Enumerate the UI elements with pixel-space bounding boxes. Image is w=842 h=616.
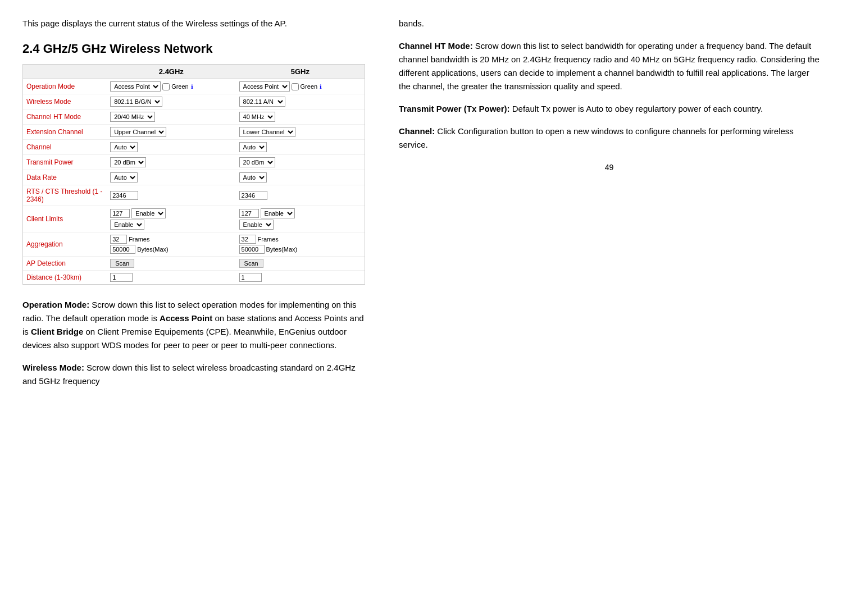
label-col-header [23,65,107,79]
access-point-term: Access Point [160,313,212,323]
aggregation-24-frames-label: Frames [129,236,149,243]
row-24-wireless-mode[interactable]: 802.11 B/G/N [107,94,235,109]
left-column: This page displays the current status of… [22,17,382,594]
channel-ht-term: Channel HT Mode: [399,41,473,51]
tx-power-text: Default Tx power is Auto to obey regular… [512,104,763,113]
row-5-client-limits[interactable]: Enable Enable [236,206,365,232]
aggregation-5-frames-input[interactable] [239,235,256,244]
channel-ht-mode-5-select[interactable]: 40 MHz [239,112,275,122]
row-24-ap-detection[interactable]: Scan [107,257,235,271]
table-row: Extension Channel Upper Channel [23,125,365,140]
row-24-channel[interactable]: Auto [107,140,235,155]
transmit-power-5-select[interactable]: 20 dBm [239,157,275,167]
row-5-extension-channel[interactable]: Lower Channel [236,125,365,140]
row-24-data-rate[interactable]: Auto [107,170,235,185]
section-heading: 2.4 GHz/5 GHz Wireless Network [22,42,365,56]
row-label-client-limits: Client Limits [23,206,107,232]
row-5-distance[interactable] [236,271,365,285]
row-label-rts-cts: RTS / CTS Threshold (1 - 2346) [23,185,107,206]
client-limits-5-enable-select[interactable]: Enable [261,208,295,218]
distance-24-input[interactable] [110,273,133,282]
aggregation-24-bytes-label: Bytes(Max) [137,246,169,253]
client-limits-24-enable2-select[interactable]: Enable [110,220,144,230]
operation-mode-5-info: ℹ [320,84,322,90]
row-5-aggregation[interactable]: Frames Bytes(Max) [236,232,365,257]
row-label-transmit-power: Transmit Power [23,155,107,170]
operation-mode-5-checkbox[interactable] [292,83,299,90]
row-5-operation-mode[interactable]: Access Point Green ℹ [236,79,365,94]
rts-cts-5-input[interactable] [239,191,267,200]
row-5-ap-detection[interactable]: Scan [236,257,365,271]
row-5-transmit-power[interactable]: 20 dBm [236,155,365,170]
operation-mode-24-green: Green [171,83,189,90]
channel-ht-section: Channel HT Mode: Scrow down this list to… [399,39,820,93]
operation-mode-term: Operation Mode: [22,300,89,309]
row-24-client-limits[interactable]: Enable Enable [107,206,235,232]
wireless-mode-5-select[interactable]: 802.11 A/N [239,97,285,107]
rts-cts-24-input[interactable] [110,191,138,200]
channel-term: Channel: [399,126,435,136]
operation-mode-5-select[interactable]: Access Point [239,81,290,92]
operation-mode-24-select[interactable]: Access Point [110,81,161,92]
wireless-mode-24-select[interactable]: 802.11 B/G/N [110,97,162,107]
table-row: AP Detection Scan Scan [23,257,365,271]
intro-text: This page displays the current status of… [22,17,365,30]
scan-5-button[interactable]: Scan [239,259,263,268]
client-limits-5-input[interactable] [239,209,259,218]
operation-mode-24-checkbox[interactable] [162,83,170,90]
page-number: 49 [399,163,820,172]
row-24-operation-mode[interactable]: Access Point Green ℹ [107,79,235,94]
table-row: RTS / CTS Threshold (1 - 2346) [23,185,365,206]
table-row: Distance (1-30km) [23,271,365,285]
table-row: Aggregation Frames Bytes(Max) [23,232,365,257]
row-5-channel[interactable]: Auto [236,140,365,155]
row-24-rts-cts[interactable] [107,185,235,206]
channel-24-select[interactable]: Auto [110,142,138,152]
client-limits-24-input[interactable] [110,209,130,218]
row-24-channel-ht-mode[interactable]: 20/40 MHz [107,109,235,125]
row-label-operation-mode: Operation Mode [23,79,107,94]
row-label-wireless-mode: Wireless Mode [23,94,107,109]
row-5-wireless-mode[interactable]: 802.11 A/N [236,94,365,109]
wireless-table-wrapper: 2.4GHz 5GHz Operation Mode Access Point [22,64,365,285]
row-label-data-rate: Data Rate [23,170,107,185]
channel-5-select[interactable]: Auto [239,142,267,152]
client-limits-24-enable-select[interactable]: Enable [131,208,166,218]
row-label-channel: Channel [23,140,107,155]
table-row: Transmit Power 20 dBm 20 dBm [23,155,365,170]
scan-24-button[interactable]: Scan [110,259,134,268]
extension-channel-24-select[interactable]: Upper Channel [110,127,166,137]
table-row: Channel Auto Auto [23,140,365,155]
right-column: bands. Channel HT Mode: Scrow down this … [382,17,820,594]
channel-ht-mode-24-select[interactable]: 20/40 MHz [110,112,155,122]
extension-channel-5-select[interactable]: Lower Channel [239,127,295,137]
row-24-transmit-power[interactable]: 20 dBm [107,155,235,170]
row-24-distance[interactable] [107,271,235,285]
aggregation-24-bytes-input[interactable] [110,245,135,254]
row-5-data-rate[interactable]: Auto [236,170,365,185]
table-row: Wireless Mode 802.11 B/G/N 80 [23,94,365,109]
tx-power-section: Transmit Power (Tx Power): Default Tx po… [399,102,820,116]
row-label-ap-detection: AP Detection [23,257,107,271]
channel-section: Channel: Click Configuration button to o… [399,125,820,152]
tx-power-term: Transmit Power (Tx Power): [399,104,510,113]
data-rate-5-select[interactable]: Auto [239,172,267,182]
row-5-channel-ht-mode[interactable]: 40 MHz [236,109,365,125]
bands-text: bands. [399,17,820,30]
table-row: Operation Mode Access Point Green ℹ [23,79,365,94]
table-row: Data Rate Auto Auto [23,170,365,185]
transmit-power-24-select[interactable]: 20 dBm [110,157,146,167]
row-24-aggregation[interactable]: Frames Bytes(Max) [107,232,235,257]
row-5-rts-cts[interactable] [236,185,365,206]
aggregation-5-bytes-input[interactable] [239,245,265,254]
wireless-table: 2.4GHz 5GHz Operation Mode Access Point [23,65,365,284]
client-limits-5-enable2-select[interactable]: Enable [239,220,274,230]
row-label-extension-channel: Extension Channel [23,125,107,140]
data-rate-24-select[interactable]: Auto [110,172,138,182]
aggregation-5-bytes-label: Bytes(Max) [266,246,298,253]
table-row: Channel HT Mode 20/40 MHz 40 [23,109,365,125]
row-label-distance: Distance (1-30km) [23,271,107,285]
aggregation-24-frames-input[interactable] [110,235,127,244]
distance-5-input[interactable] [239,273,262,282]
row-24-extension-channel[interactable]: Upper Channel [107,125,235,140]
